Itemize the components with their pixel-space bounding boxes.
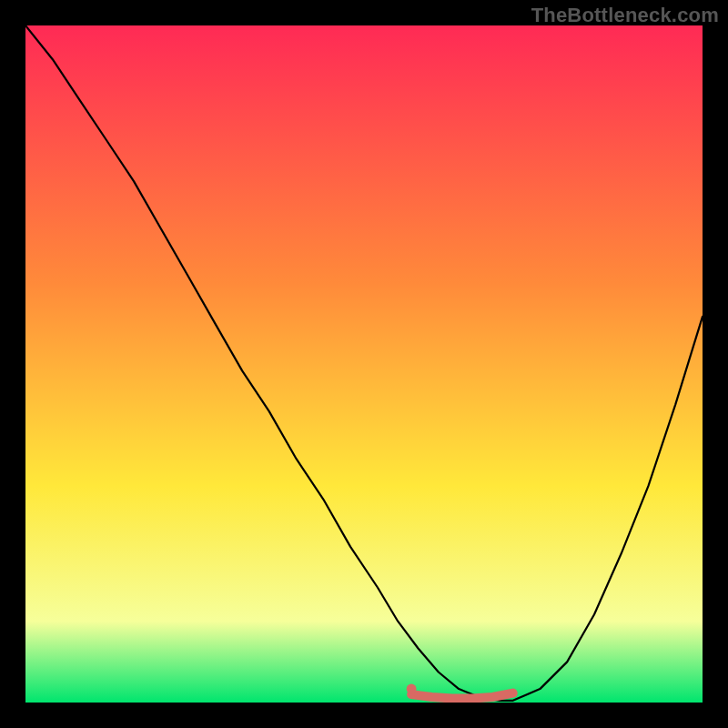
optimal-start-dot — [407, 684, 417, 694]
bottleneck-plot — [25, 25, 703, 703]
chart-frame: TheBottleneck.com — [0, 0, 728, 728]
watermark-text: TheBottleneck.com — [531, 4, 719, 27]
